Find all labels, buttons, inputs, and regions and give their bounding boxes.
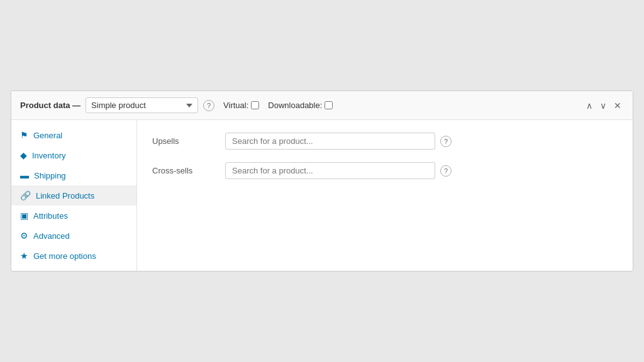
sidebar-item-general[interactable]: ⚑ General bbox=[11, 125, 136, 145]
panel-header: Product data — Simple productGrouped pro… bbox=[11, 91, 633, 120]
cross-sells-search-input[interactable] bbox=[225, 162, 435, 179]
downloadable-label: Downloadable: bbox=[268, 101, 322, 110]
panel-body: ⚑ General ◆ Inventory ▬ Shipping 🔗 Linke… bbox=[11, 120, 633, 271]
product-type-select[interactable]: Simple productGrouped productExternal/Af… bbox=[86, 97, 198, 113]
upsells-label: Upsells bbox=[152, 133, 215, 146]
cross-sells-input-wrap: ? bbox=[225, 162, 452, 179]
sidebar-item-shipping[interactable]: ▬ Shipping bbox=[11, 165, 136, 185]
linked-products-icon: 🔗 bbox=[20, 190, 31, 200]
sidebar-item-get-more-options[interactable]: ★ Get more options bbox=[11, 246, 136, 266]
advanced-icon: ⚙ bbox=[20, 231, 28, 241]
cross-sells-field-row: Cross-sells ? bbox=[152, 162, 618, 179]
sidebar-item-linked-products[interactable]: 🔗 Linked Products bbox=[11, 185, 136, 206]
virtual-label: Virtual: bbox=[223, 101, 248, 110]
sidebar-item-attributes[interactable]: ▣ Attributes bbox=[11, 206, 136, 226]
sidebar-item-label: Get more options bbox=[33, 251, 96, 261]
product-data-panel: Product data — Simple productGrouped pro… bbox=[11, 90, 633, 272]
sidebar-item-label: Shipping bbox=[34, 171, 66, 180]
virtual-checkbox[interactable] bbox=[251, 101, 259, 109]
collapse-up-button[interactable]: ∧ bbox=[584, 100, 595, 111]
inventory-icon: ◆ bbox=[20, 150, 27, 160]
sidebar-item-label: Linked Products bbox=[36, 191, 94, 200]
general-icon: ⚑ bbox=[20, 130, 28, 140]
panel-title: Product data — bbox=[20, 101, 80, 110]
attributes-icon: ▣ bbox=[20, 211, 28, 221]
sidebar-item-label: Attributes bbox=[33, 211, 68, 221]
upsells-field-row: Upsells ? bbox=[152, 133, 618, 150]
collapse-down-button[interactable]: ∨ bbox=[597, 100, 609, 111]
downloadable-checkbox[interactable] bbox=[325, 101, 333, 109]
main-content: Upsells ? Cross-sells ? bbox=[137, 120, 633, 271]
sidebar-item-label: Inventory bbox=[32, 151, 65, 160]
sidebar-item-advanced[interactable]: ⚙ Advanced bbox=[11, 226, 136, 246]
upsells-input-wrap: ? bbox=[225, 133, 452, 150]
sidebar-item-inventory[interactable]: ◆ Inventory bbox=[11, 145, 136, 165]
panel-controls: ∧ ∨ ✕ bbox=[584, 100, 624, 111]
sidebar: ⚑ General ◆ Inventory ▬ Shipping 🔗 Linke… bbox=[11, 120, 137, 271]
cross-sells-help-icon[interactable]: ? bbox=[440, 165, 452, 177]
get-more-options-icon: ★ bbox=[20, 251, 28, 261]
cross-sells-label: Cross-sells bbox=[152, 162, 215, 175]
downloadable-checkbox-group: Downloadable: bbox=[268, 101, 333, 110]
product-type-help-icon[interactable]: ? bbox=[203, 100, 214, 111]
sidebar-item-label: General bbox=[33, 131, 62, 140]
upsells-help-icon[interactable]: ? bbox=[440, 136, 452, 147]
shipping-icon: ▬ bbox=[20, 170, 29, 180]
upsells-search-input[interactable] bbox=[225, 133, 435, 150]
sidebar-item-label: Advanced bbox=[33, 231, 70, 241]
close-button[interactable]: ✕ bbox=[611, 100, 624, 111]
virtual-checkbox-group: Virtual: bbox=[223, 101, 259, 110]
